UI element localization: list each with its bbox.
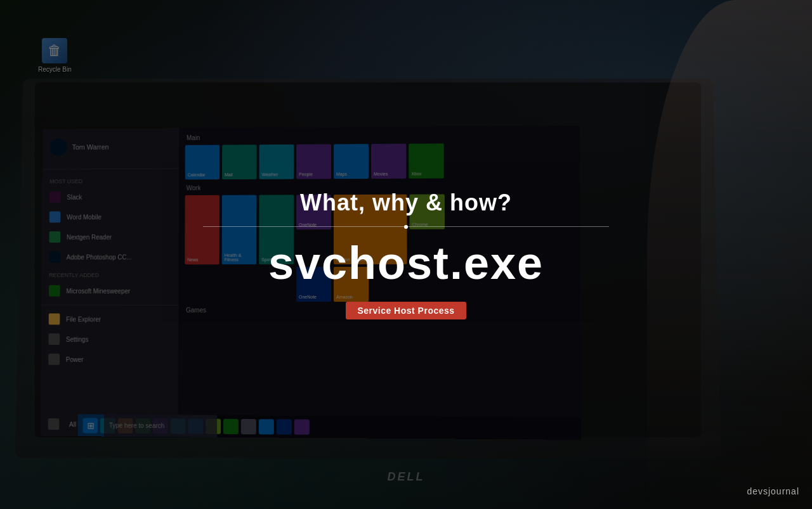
divider-line xyxy=(203,226,609,227)
subtitle: What, why & how? xyxy=(300,190,512,216)
watermark: devsjournal xyxy=(747,486,799,496)
content-overlay: What, why & how? svchost.exe Service Hos… xyxy=(0,0,812,509)
main-title: svchost.exe xyxy=(268,237,544,289)
divider-dot xyxy=(404,225,408,229)
badge: Service Host Process xyxy=(346,302,466,319)
